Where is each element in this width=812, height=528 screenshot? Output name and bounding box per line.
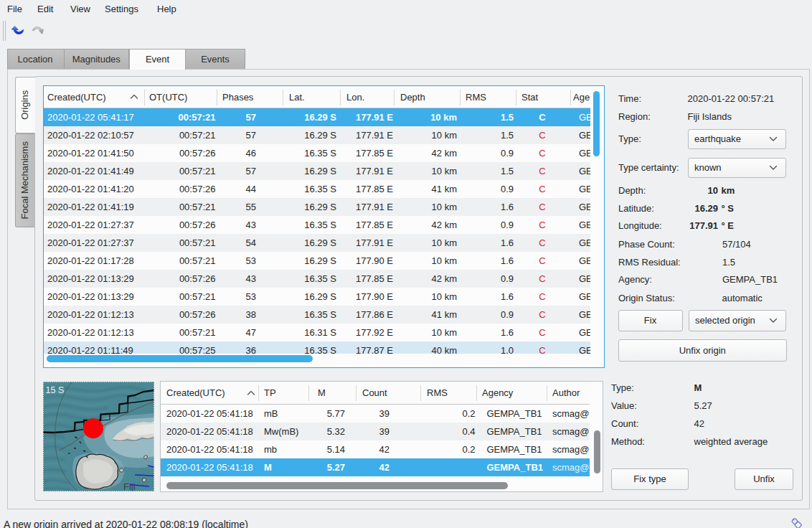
svg-text:15 S: 15 S [46,385,65,395]
svg-text:Fiji: Fiji [123,481,136,491]
